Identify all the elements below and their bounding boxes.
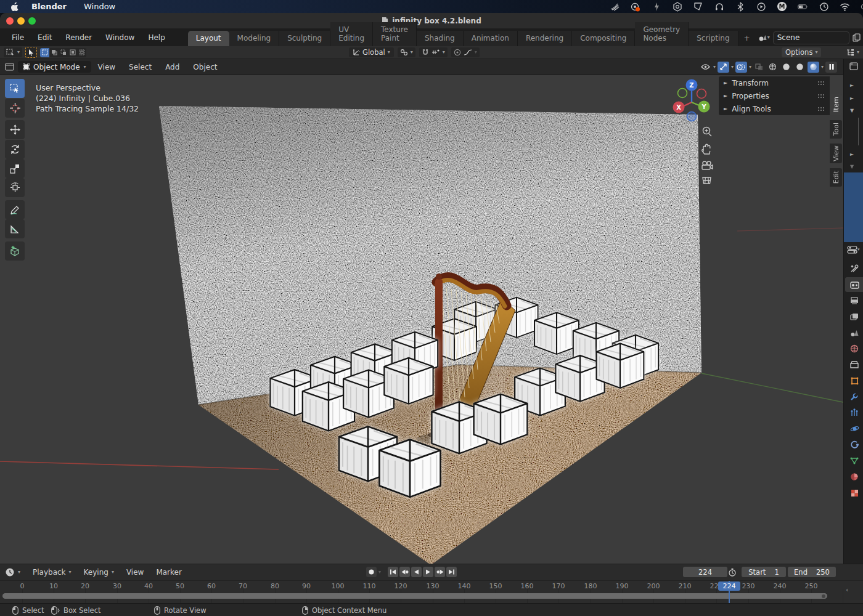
control-center-icon[interactable] — [861, 1, 863, 12]
props-tab-world[interactable] — [845, 341, 863, 356]
timeline-menu-keying[interactable]: Keying▾ — [78, 568, 120, 577]
prev-keyframe-button[interactable] — [399, 567, 410, 577]
pause-render-button[interactable] — [825, 62, 837, 73]
time-machine-icon[interactable] — [819, 1, 829, 12]
shading-solid-icon[interactable] — [780, 62, 792, 73]
tool-move[interactable] — [5, 120, 25, 139]
scene-name-field[interactable]: Scene — [773, 31, 849, 44]
tab-shading[interactable]: Shading — [417, 31, 464, 46]
tab-animation[interactable]: Animation — [464, 31, 518, 46]
object-mode-dropdown[interactable]: Object Mode▾ — [18, 61, 91, 73]
cube[interactable] — [379, 439, 440, 497]
tab-rendering[interactable]: Rendering — [518, 31, 572, 46]
tool-select-box[interactable] — [5, 79, 25, 98]
auto-keying-chevron[interactable]: ▾ — [378, 570, 381, 575]
sidebar-tab-item[interactable]: Item — [830, 94, 842, 115]
select-mode-set[interactable] — [40, 48, 49, 57]
xray-toggle-icon[interactable] — [753, 62, 765, 73]
props-tab-physics[interactable] — [845, 421, 863, 436]
shading-material-icon[interactable] — [794, 62, 806, 73]
tab-uv-editing[interactable]: UV Editing — [330, 22, 373, 46]
apple-icon[interactable] — [10, 2, 19, 12]
collapse-arrow-icon[interactable]: ‹ — [846, 586, 848, 594]
overlays-chevron[interactable]: ▾ — [749, 65, 751, 70]
sidebar-tab-tool[interactable]: Tool — [830, 120, 842, 139]
select-mode-subtract[interactable] — [59, 48, 68, 57]
headphones-icon[interactable] — [714, 1, 724, 12]
m-badge-icon[interactable]: M — [777, 1, 787, 12]
props-tab-texture[interactable] — [845, 485, 863, 500]
props-tab-scene[interactable] — [845, 325, 863, 340]
jump-end-button[interactable] — [446, 567, 457, 577]
sketch-icon[interactable] — [609, 1, 620, 12]
tab-compositing[interactable]: Compositing — [572, 31, 635, 46]
topbar-menu-help[interactable]: Help — [141, 33, 171, 42]
tool-rotate[interactable] — [5, 140, 25, 159]
props-tab-constraints[interactable] — [845, 437, 863, 452]
end-frame-field[interactable]: End250 — [788, 567, 836, 577]
overlays-toggle-icon[interactable] — [735, 62, 747, 73]
viewport-menu-view[interactable]: View — [91, 63, 122, 71]
props-tab-render[interactable] — [845, 277, 863, 292]
snap-dropdown[interactable]: ▾ — [419, 47, 448, 57]
props-tab-particles[interactable] — [845, 405, 863, 420]
props-tab-view-layer[interactable] — [845, 309, 863, 324]
editor-type-icon[interactable] — [5, 63, 14, 71]
drag-grip-icon[interactable] — [817, 94, 825, 99]
outliner-collapse-icon[interactable]: ▼ — [850, 108, 854, 113]
cube[interactable] — [534, 312, 579, 354]
scene-datablock-icon[interactable]: ▾ — [756, 32, 772, 44]
viewport-menu-select[interactable]: Select — [122, 63, 158, 71]
drag-grip-icon[interactable] — [817, 107, 825, 111]
panel-properties[interactable]: ►Properties — [719, 89, 830, 102]
select-mode-invert[interactable] — [68, 48, 77, 57]
cube[interactable] — [597, 343, 644, 388]
gizmos-toggle-icon[interactable] — [718, 62, 729, 73]
tab-sculpting[interactable]: Sculpting — [279, 31, 330, 46]
timeline-editor-type-icon[interactable]: ▾ — [0, 567, 27, 577]
panel-transform[interactable]: ►Transform — [719, 76, 830, 89]
show-hide-chevron[interactable]: ▾ — [713, 65, 716, 70]
outliner-selected-row[interactable] — [844, 172, 863, 242]
auto-keying-record-button[interactable] — [366, 567, 377, 577]
shading-rendered-icon[interactable] — [808, 62, 819, 73]
bluetooth-icon[interactable] — [735, 1, 745, 12]
jump-start-button[interactable] — [388, 567, 398, 577]
timeline-menu-view[interactable]: View — [120, 568, 150, 577]
next-keyframe-button[interactable] — [435, 567, 445, 577]
gizmos-chevron[interactable]: ▾ — [731, 65, 734, 70]
sidebar-tab-edit[interactable]: Edit — [830, 168, 842, 187]
props-tab-tool[interactable] — [845, 261, 863, 276]
start-frame-field[interactable]: Start1 — [742, 567, 786, 577]
tab-texture-paint[interactable]: Texture Paint — [373, 22, 417, 46]
timeline-ruler[interactable]: 0 10 20 30 40 50 60 70 80 90 100 110 120… — [0, 581, 863, 603]
security-hexagon-icon[interactable] — [672, 1, 682, 12]
tool-scale[interactable] — [5, 159, 25, 178]
timeline-menu-playback[interactable]: Playback▾ — [27, 568, 78, 577]
battery-charging-icon[interactable] — [798, 1, 808, 12]
now-playing-icon[interactable] — [756, 1, 766, 12]
tool-annotate[interactable] — [5, 200, 25, 219]
timeline-scrollbar[interactable] — [2, 593, 827, 599]
tool-transform[interactable] — [5, 178, 25, 197]
outliner-collapse-icon[interactable]: ▼ — [850, 164, 854, 169]
gizmo-neg-x-ball[interactable] — [697, 89, 706, 99]
show-hide-icon[interactable] — [700, 62, 711, 73]
drag-grip-icon[interactable] — [817, 81, 825, 86]
viewport-menu-add[interactable]: Add — [158, 63, 186, 71]
props-tab-output[interactable] — [845, 293, 863, 308]
use-preview-range-icon[interactable] — [728, 568, 737, 577]
tool-cursor[interactable] — [5, 99, 25, 118]
pivot-point-dropdown[interactable]: ▾ — [398, 47, 415, 57]
select-mode-intersect[interactable] — [77, 48, 86, 57]
gizmo-neg-y-ball[interactable] — [678, 89, 687, 98]
shading-wireframe-icon[interactable] — [767, 62, 779, 73]
screen-mirroring-icon[interactable] — [630, 1, 640, 12]
tool-measure[interactable] — [5, 219, 25, 238]
menubar-window-menu[interactable]: Window — [84, 2, 115, 11]
tab-layout[interactable]: Layout — [188, 31, 229, 46]
play-button[interactable] — [423, 567, 433, 577]
cube[interactable] — [474, 394, 528, 445]
play-reverse-button[interactable] — [411, 567, 422, 577]
props-tab-collection[interactable] — [845, 357, 863, 372]
